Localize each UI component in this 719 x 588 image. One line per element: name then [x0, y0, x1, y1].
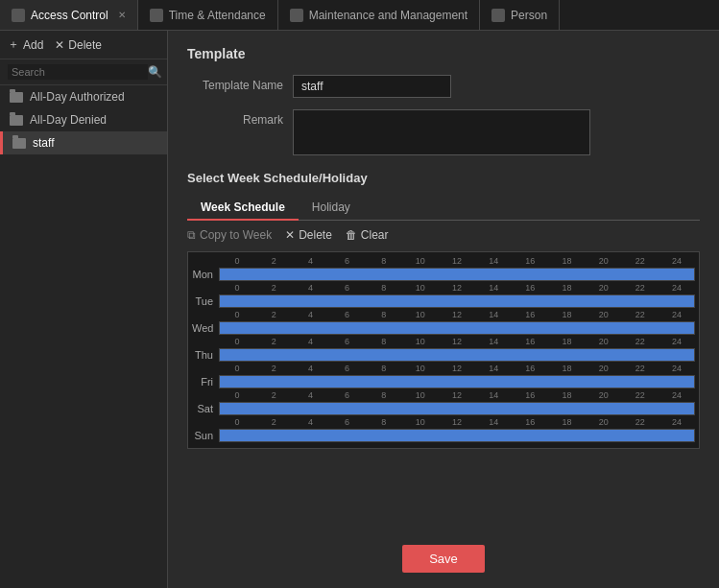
- tab-person-label: Person: [511, 9, 547, 22]
- sidebar-item-all-day-denied[interactable]: All-Day Denied: [0, 108, 167, 131]
- folder-icon: [10, 115, 23, 126]
- day-schedule-sat[interactable]: [219, 402, 695, 415]
- save-area: Save: [168, 545, 719, 573]
- hour-4: 4: [292, 256, 328, 266]
- tab-week-schedule[interactable]: Week Schedule: [187, 195, 299, 220]
- tab-time-attendance-label: Time & Attendance: [169, 9, 266, 22]
- save-button[interactable]: Save: [402, 545, 485, 573]
- hour-12: 12: [439, 256, 475, 266]
- sidebar-item-staff[interactable]: staff: [0, 131, 167, 154]
- tab-maintenance[interactable]: Maintenance and Management: [278, 0, 480, 30]
- sidebar-item-label: All-Day Authorized: [30, 90, 125, 104]
- day-schedule-mon[interactable]: [219, 268, 695, 281]
- day-label-thu: Thu: [192, 349, 219, 361]
- content-area: Template Template Name Remark Select Wee…: [168, 31, 719, 588]
- hour-24: 24: [659, 256, 695, 266]
- hour-8: 8: [366, 256, 402, 266]
- time-bar-wed[interactable]: [219, 321, 695, 335]
- time-bar-tue[interactable]: [219, 294, 695, 308]
- day-schedule-thu[interactable]: [219, 348, 695, 362]
- add-button[interactable]: ＋ Add: [8, 36, 43, 53]
- day-label-sun: Sun: [192, 430, 219, 441]
- sidebar-toolbar: ＋ Add ✕ Delete: [0, 31, 167, 59]
- schedule-delete-label: Delete: [299, 228, 332, 242]
- day-row-wed: Wed: [192, 321, 695, 335]
- time-bar-fill-wed: [220, 322, 694, 334]
- day-label-mon: Mon: [192, 269, 219, 280]
- week-schedule-label: Week Schedule: [201, 200, 285, 214]
- time-bar-sat[interactable]: [219, 402, 695, 415]
- template-remark-row: Remark: [187, 109, 700, 155]
- copy-to-week-button[interactable]: ⧉ Copy to Week: [187, 228, 272, 242]
- day-row-tue: Tue: [192, 294, 695, 308]
- hour-numbers-fri-top: 024681012141618202224: [219, 364, 695, 373]
- day-label-wed: Wed: [192, 322, 219, 334]
- time-bar-sun[interactable]: [219, 429, 695, 442]
- time-bar-fill-fri: [220, 376, 694, 388]
- time-bar-fill-sun: [220, 430, 694, 441]
- template-title: Template: [187, 46, 700, 61]
- maintenance-icon: [290, 9, 303, 22]
- hour-numbers-sat-top: 024681012141618202224: [219, 390, 695, 400]
- sidebar-item-all-day-authorized[interactable]: All-Day Authorized: [0, 85, 167, 108]
- template-name-input[interactable]: [293, 75, 451, 98]
- hour-numbers-tue-top: 0 2 4 6 8 10 12 14 16 18 20 22 24: [219, 283, 695, 293]
- tab-close-icon[interactable]: ✕: [118, 10, 126, 20]
- plus-icon: ＋: [8, 36, 19, 53]
- hour-20: 20: [586, 256, 622, 266]
- time-bar-mon[interactable]: [219, 268, 695, 281]
- hour-6: 6: [328, 256, 365, 266]
- search-input[interactable]: [8, 64, 148, 80]
- day-schedule-wed[interactable]: [219, 321, 695, 335]
- schedule-section: Select Week Schedule/Holiday Week Schedu…: [187, 171, 700, 449]
- sidebar-items: All-Day Authorized All-Day Denied staff: [0, 85, 167, 588]
- delete-button[interactable]: ✕ Delete: [55, 38, 102, 52]
- hour-16: 16: [512, 256, 548, 266]
- sidebar: ＋ Add ✕ Delete 🔍 All-Day Authorized All-…: [0, 31, 168, 588]
- hour-0: 0: [219, 256, 255, 266]
- time-attendance-icon: [150, 9, 163, 22]
- time-bar-thu[interactable]: [219, 348, 695, 362]
- clear-button[interactable]: 🗑 Clear: [346, 228, 389, 242]
- tab-access-control[interactable]: Access Control ✕: [0, 0, 138, 30]
- main-layout: ＋ Add ✕ Delete 🔍 All-Day Authorized All-…: [0, 31, 719, 588]
- tab-person[interactable]: Person: [480, 0, 560, 30]
- schedule-delete-button[interactable]: ✕ Delete: [285, 228, 332, 242]
- day-schedule-tue[interactable]: [219, 294, 695, 308]
- time-bar-fill-sat: [220, 403, 694, 414]
- day-schedule-sun[interactable]: [219, 429, 695, 442]
- time-bar-fill-thu: [220, 349, 694, 361]
- day-schedule-fri[interactable]: [219, 375, 695, 388]
- copy-icon: ⧉: [187, 228, 196, 242]
- tab-access-control-label: Access Control: [31, 9, 108, 22]
- trash-icon: 🗑: [346, 228, 357, 242]
- tab-maintenance-label: Maintenance and Management: [309, 9, 467, 22]
- template-name-label: Template Name: [187, 75, 293, 92]
- schedule-toolbar: ⧉ Copy to Week ✕ Delete 🗑 Clear: [187, 228, 700, 242]
- day-row-sun: Sun: [192, 429, 695, 442]
- hour-18: 18: [548, 256, 585, 266]
- person-icon: [491, 9, 505, 22]
- day-row-mon: Mon: [192, 268, 695, 281]
- sidebar-item-label: staff: [33, 136, 54, 150]
- remark-input[interactable]: [293, 109, 590, 155]
- search-icon: 🔍: [148, 65, 162, 79]
- copy-label: Copy to Week: [200, 228, 272, 242]
- day-label-sat: Sat: [192, 403, 219, 414]
- hour-numbers-thu-top: 024681012141618202224: [219, 337, 695, 346]
- tab-holiday[interactable]: Holiday: [299, 195, 364, 220]
- hour-numbers-sun-top: 024681012141618202224: [219, 417, 695, 427]
- day-label-fri: Fri: [192, 376, 219, 388]
- day-row-sat: Sat: [192, 402, 695, 415]
- x-icon: ✕: [55, 38, 64, 52]
- schedule-section-title: Select Week Schedule/Holiday: [187, 171, 700, 185]
- time-bar-fill-mon: [220, 269, 694, 280]
- time-bar-fri[interactable]: [219, 375, 695, 388]
- folder-icon: [12, 138, 26, 149]
- hour-22: 22: [622, 256, 659, 266]
- holiday-label: Holiday: [312, 200, 350, 214]
- tab-time-attendance[interactable]: Time & Attendance: [138, 0, 278, 30]
- delete-label: Delete: [68, 38, 102, 52]
- time-bar-fill-tue: [220, 295, 694, 307]
- day-label-tue: Tue: [192, 295, 219, 307]
